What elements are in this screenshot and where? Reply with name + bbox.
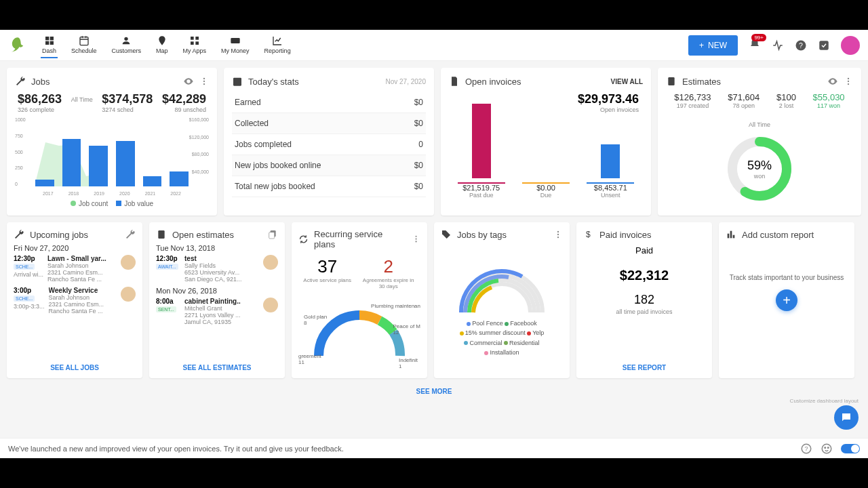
svg-rect-2 xyxy=(45,41,49,44)
job-item[interactable]: 12:30pSCHE...Arrival wi...Lawn - Small y… xyxy=(14,255,136,283)
svg-rect-36 xyxy=(733,235,735,239)
add-report-button[interactable]: + xyxy=(776,289,797,311)
nav-map[interactable]: Map xyxy=(155,33,170,58)
customize-layout-link[interactable]: Customize dashboard layout xyxy=(790,398,859,404)
calendar-icon xyxy=(232,76,243,87)
jobs-card: Jobs $86,263326 complete All Time $374,5… xyxy=(7,68,217,216)
wrench-icon[interactable] xyxy=(125,229,136,240)
help-icon[interactable]: ? xyxy=(795,39,807,52)
open-estimates-card: Open estimates Tue Nov 13, 201812:30pAWA… xyxy=(149,222,285,378)
svg-rect-26 xyxy=(269,232,275,239)
wrench-icon xyxy=(14,229,24,240)
nav-myapps[interactable]: My Apps xyxy=(182,33,208,58)
toggle-switch[interactable] xyxy=(841,444,860,453)
stat-row: Collected$0 xyxy=(232,113,426,134)
svg-rect-6 xyxy=(191,37,194,40)
svg-point-21 xyxy=(848,83,849,85)
open-invoices-card: Open invoices VIEW ALL $29,973.46 Open i… xyxy=(441,68,651,216)
invoice-bar: $8,453.71Unsent xyxy=(578,144,643,199)
copy-icon[interactable] xyxy=(267,229,278,240)
tags-chart xyxy=(441,248,563,316)
svg-point-19 xyxy=(848,78,849,79)
recurring-plans-card: Recurring service plans 37Active service… xyxy=(292,222,427,378)
svg-rect-0 xyxy=(45,37,49,40)
svg-point-16 xyxy=(203,83,205,85)
estimate-item[interactable]: 12:30pAWAIT...testSally Fields6523 Unive… xyxy=(156,255,278,283)
svg-point-41 xyxy=(828,447,829,448)
user-avatar[interactable] xyxy=(841,36,860,55)
invoice-bar: $0.00Due xyxy=(513,178,578,199)
notifications-icon[interactable]: 99+ xyxy=(749,38,761,53)
stat-row: Total new jobs booked$0 xyxy=(232,176,426,197)
top-nav: Dash Schedule Customers Map My Apps My M… xyxy=(0,30,868,61)
svg-point-39 xyxy=(822,444,831,453)
svg-rect-3 xyxy=(50,41,53,44)
svg-rect-17 xyxy=(233,78,241,86)
refresh-icon xyxy=(298,234,309,245)
more-icon[interactable] xyxy=(844,77,853,86)
eye-icon[interactable] xyxy=(183,76,194,87)
chart-icon xyxy=(726,229,736,240)
more-icon[interactable] xyxy=(553,230,563,239)
nav-mymoney[interactable]: My Money xyxy=(220,33,251,58)
nav-reporting[interactable]: Reporting xyxy=(263,33,292,58)
svg-rect-24 xyxy=(158,230,164,239)
new-button[interactable]: +NEW xyxy=(688,35,738,56)
recurring-gauge: Gold plan8 greement11 Plumbing maintenan… xyxy=(298,295,420,369)
svg-point-5 xyxy=(125,37,128,40)
invoice-icon xyxy=(449,76,460,87)
nav-customers[interactable]: Customers xyxy=(111,33,143,58)
svg-point-28 xyxy=(415,239,416,240)
svg-rect-4 xyxy=(80,37,88,45)
check-icon[interactable] xyxy=(818,39,830,52)
svg-rect-8 xyxy=(191,41,194,45)
view-all-link[interactable]: VIEW ALL xyxy=(611,78,643,85)
paid-invoices-card: $Paid invoices Paid $22,312 182 all time… xyxy=(576,222,712,378)
estimates-card: Estimates $126,733197 created$71,60478 o… xyxy=(658,68,861,216)
dollar-icon: $ xyxy=(583,229,594,240)
jobs-by-tags-card: Jobs by tags Pool Fence Facebook 15% sum… xyxy=(434,222,570,378)
nav-schedule[interactable]: Schedule xyxy=(70,33,98,58)
more-icon[interactable] xyxy=(199,77,209,86)
clipboard-icon xyxy=(156,229,167,240)
clipboard-icon xyxy=(666,76,677,87)
svg-rect-34 xyxy=(728,234,730,239)
jobs-title: Jobs xyxy=(31,77,50,87)
svg-point-30 xyxy=(557,231,559,232)
svg-point-27 xyxy=(415,236,416,237)
upcoming-jobs-card: Upcoming jobs Fri Nov 27, 2020 12:30pSCH… xyxy=(7,222,142,378)
svg-point-31 xyxy=(557,234,559,235)
estimate-item[interactable]: 8:00aSENT...cabinet Painting..Mitchell G… xyxy=(156,298,278,325)
nav-dash[interactable]: Dash xyxy=(41,33,58,58)
feedback-icon[interactable] xyxy=(821,443,833,455)
see-report-link[interactable]: SEE REPORT xyxy=(576,364,712,371)
svg-text:?: ? xyxy=(799,41,803,49)
svg-text:$: $ xyxy=(586,230,591,239)
see-all-estimates-link[interactable]: SEE ALL ESTIMATES xyxy=(149,364,285,371)
svg-point-29 xyxy=(415,241,416,243)
tag-icon xyxy=(441,229,452,240)
svg-text:?: ? xyxy=(804,445,808,452)
eye-icon[interactable] xyxy=(827,76,838,87)
svg-rect-35 xyxy=(730,231,732,239)
estimates-donut: 59%won xyxy=(726,135,793,203)
footer-bar: We've launched a new and improved view o… xyxy=(0,438,868,458)
jobs-chart: 10007505002500 $160,000$120,000$80,000$4… xyxy=(15,117,209,199)
more-icon[interactable] xyxy=(412,235,420,243)
see-more-link[interactable]: SEE MORE xyxy=(0,385,868,398)
today-stats-card: Today's stats Nov 27, 2020 Earned$0Colle… xyxy=(224,68,434,216)
invoice-bar: $21,519.75Past due xyxy=(449,104,513,199)
svg-rect-7 xyxy=(195,37,199,40)
help-icon[interactable]: ? xyxy=(800,443,812,455)
activity-icon[interactable] xyxy=(772,39,784,52)
stat-row: New jobs booked online$0 xyxy=(232,155,426,176)
chat-button[interactable] xyxy=(834,405,859,430)
job-item[interactable]: 3:00pSCHE...3:00p-3:3...Weekly ServiceSa… xyxy=(14,287,136,314)
svg-point-32 xyxy=(557,237,559,238)
stat-row: Jobs completed0 xyxy=(232,134,426,155)
svg-rect-10 xyxy=(231,38,239,43)
svg-rect-1 xyxy=(50,37,53,40)
see-all-jobs-link[interactable]: SEE ALL JOBS xyxy=(7,364,142,371)
svg-point-20 xyxy=(848,81,849,82)
svg-point-40 xyxy=(825,447,826,448)
